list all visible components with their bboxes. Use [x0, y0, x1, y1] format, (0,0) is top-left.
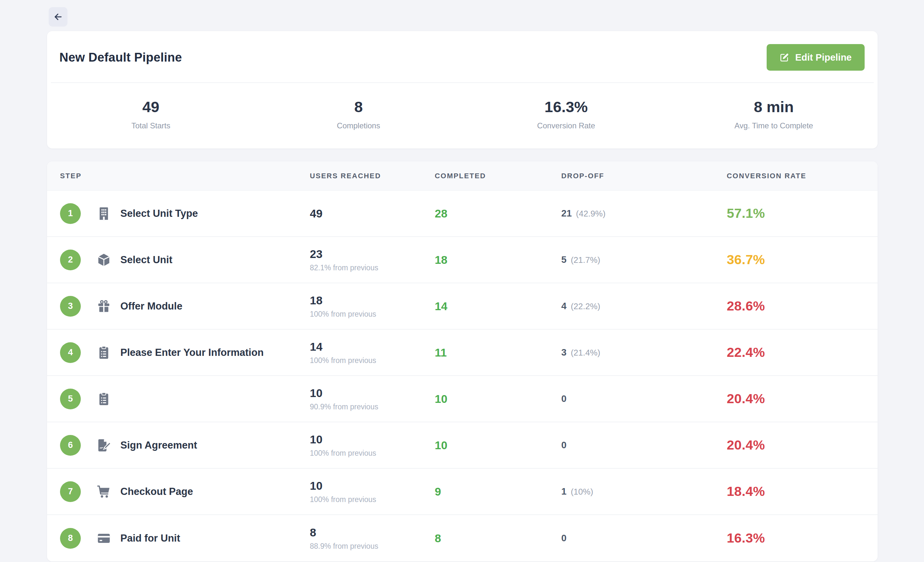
- from-previous-label: 100% from previous: [310, 356, 435, 365]
- stats-row: 49 Total Starts 8 Completions 16.3% Conv…: [47, 83, 878, 148]
- dropoff-cell: 21 (42.9%): [561, 208, 727, 219]
- users-reached-value: 18: [310, 294, 435, 307]
- dropoff-cell: 5 (21.7%): [561, 254, 727, 265]
- edit-pencil-icon: [780, 52, 789, 62]
- step-cell: 6 Sign Agreement: [60, 435, 310, 456]
- dropoff-count: 0: [561, 393, 567, 404]
- dropoff-cell: 1 (10%): [561, 486, 727, 497]
- conversion-rate-value: 57.1%: [727, 206, 865, 221]
- completed-value: 11: [435, 346, 561, 359]
- users-reached-cell: 10 100% from previous: [310, 433, 435, 457]
- stat-conversion-rate: 16.3% Conversion Rate: [462, 98, 670, 130]
- from-previous-label: 82.1% from previous: [310, 263, 435, 272]
- dropoff-cell: 0: [561, 533, 727, 544]
- completed-value: 10: [435, 439, 561, 452]
- dropoff-count: 0: [561, 533, 567, 544]
- stat-label: Completions: [255, 121, 462, 130]
- column-header-conversion-rate: CONVERSION RATE: [727, 172, 865, 180]
- page-title: New Default Pipeline: [59, 51, 182, 64]
- users-reached-value: 14: [310, 340, 435, 353]
- users-reached-value: 23: [310, 248, 435, 261]
- step-cell: 7 Checkout Page: [60, 481, 310, 502]
- users-reached-cell: 10 90.9% from previous: [310, 387, 435, 411]
- cube-icon: [96, 253, 111, 268]
- dropoff-cell: 3 (21.4%): [561, 347, 727, 358]
- table-row: 5 10 90.9% from previous 10 0 20.4%: [47, 376, 878, 422]
- users-reached-cell: 8 88.9% from previous: [310, 526, 435, 551]
- stat-value: 8 min: [670, 98, 878, 116]
- users-reached-cell: 23 82.1% from previous: [310, 248, 435, 272]
- credit-card-icon: [96, 531, 111, 546]
- stat-completions: 8 Completions: [255, 98, 462, 130]
- dropoff-percent: (21.4%): [571, 348, 600, 358]
- users-reached-value: 10: [310, 433, 435, 446]
- step-cell: 8 Paid for Unit: [60, 528, 310, 549]
- step-number-badge: 8: [60, 528, 81, 549]
- column-header-drop-off: DROP-OFF: [561, 172, 727, 180]
- stat-label: Total Starts: [47, 121, 255, 130]
- column-header-step: STEP: [60, 172, 310, 180]
- stat-avg-time: 8 min Avg. Time to Complete: [670, 98, 878, 130]
- dropoff-count: 4: [561, 301, 567, 311]
- completed-value: 9: [435, 485, 561, 498]
- stat-label: Avg. Time to Complete: [670, 121, 878, 130]
- table-header-row: STEP USERS REACHED COMPLETED DROP-OFF CO…: [47, 161, 878, 191]
- pipeline-header: New Default Pipeline Edit Pipeline: [47, 31, 878, 82]
- step-label: Sign Agreement: [120, 439, 197, 451]
- building-icon: [96, 206, 111, 221]
- from-previous-label: 100% from previous: [310, 449, 435, 457]
- from-previous-label: 100% from previous: [310, 310, 435, 318]
- dropoff-count: 21: [561, 208, 572, 219]
- users-reached-cell: 10 100% from previous: [310, 479, 435, 504]
- users-reached-cell: 18 100% from previous: [310, 294, 435, 318]
- step-label: Paid for Unit: [120, 532, 180, 544]
- stat-value: 16.3%: [462, 98, 670, 116]
- edit-pipeline-label: Edit Pipeline: [795, 52, 852, 63]
- table-row: 6 Sign Agreement 10 100% from previous 1…: [47, 422, 878, 469]
- dropoff-count: 3: [561, 347, 567, 358]
- from-previous-label: 100% from previous: [310, 495, 435, 504]
- table-row: 3 Offer Module 18 100% from previous 14 …: [47, 283, 878, 330]
- dropoff-percent: (21.7%): [571, 255, 600, 265]
- table-body: 1 Select Unit Type 49 28 21 (42.9%) 57.1…: [47, 191, 878, 561]
- back-button[interactable]: [49, 7, 68, 27]
- step-label: Please Enter Your Information: [120, 347, 264, 359]
- clipboard-list-icon: [96, 392, 111, 407]
- users-reached-value: 10: [310, 387, 435, 400]
- file-signature-icon: [96, 438, 111, 453]
- conversion-rate-value: 20.4%: [727, 391, 865, 407]
- pipeline-steps-table: STEP USERS REACHED COMPLETED DROP-OFF CO…: [47, 161, 878, 561]
- stat-label: Conversion Rate: [462, 121, 670, 130]
- dropoff-percent: (22.2%): [571, 301, 600, 311]
- step-number-badge: 3: [60, 296, 81, 317]
- dropoff-count: 5: [561, 254, 567, 265]
- table-row: 2 Select Unit 23 82.1% from previous 18 …: [47, 237, 878, 283]
- step-number-badge: 5: [60, 389, 81, 410]
- step-number-badge: 1: [60, 203, 81, 224]
- completed-value: 14: [435, 300, 561, 313]
- completed-value: 10: [435, 393, 561, 405]
- column-header-users-reached: USERS REACHED: [310, 172, 435, 180]
- users-reached-value: 8: [310, 526, 435, 539]
- conversion-rate-value: 18.4%: [727, 484, 865, 499]
- step-cell: 3 Offer Module: [60, 296, 310, 317]
- step-label: Offer Module: [120, 300, 182, 312]
- dropoff-percent: (42.9%): [576, 209, 605, 219]
- edit-pipeline-button[interactable]: Edit Pipeline: [766, 44, 865, 71]
- stat-value: 49: [47, 98, 255, 116]
- conversion-rate-value: 36.7%: [727, 252, 865, 268]
- users-reached-value: 10: [310, 479, 435, 492]
- conversion-rate-value: 16.3%: [727, 531, 865, 546]
- completed-value: 28: [435, 207, 561, 220]
- from-previous-label: 90.9% from previous: [310, 402, 435, 411]
- table-row: 7 Checkout Page 10 100% from previous 9 …: [47, 469, 878, 515]
- step-label: Select Unit: [120, 254, 172, 266]
- gift-icon: [96, 299, 111, 314]
- step-label: Select Unit Type: [120, 208, 198, 220]
- users-reached-cell: 14 100% from previous: [310, 340, 435, 365]
- completed-value: 8: [435, 532, 561, 545]
- step-cell: 1 Select Unit Type: [60, 203, 310, 224]
- step-label: Checkout Page: [120, 486, 193, 498]
- dropoff-count: 1: [561, 486, 567, 497]
- stat-value: 8: [255, 98, 462, 116]
